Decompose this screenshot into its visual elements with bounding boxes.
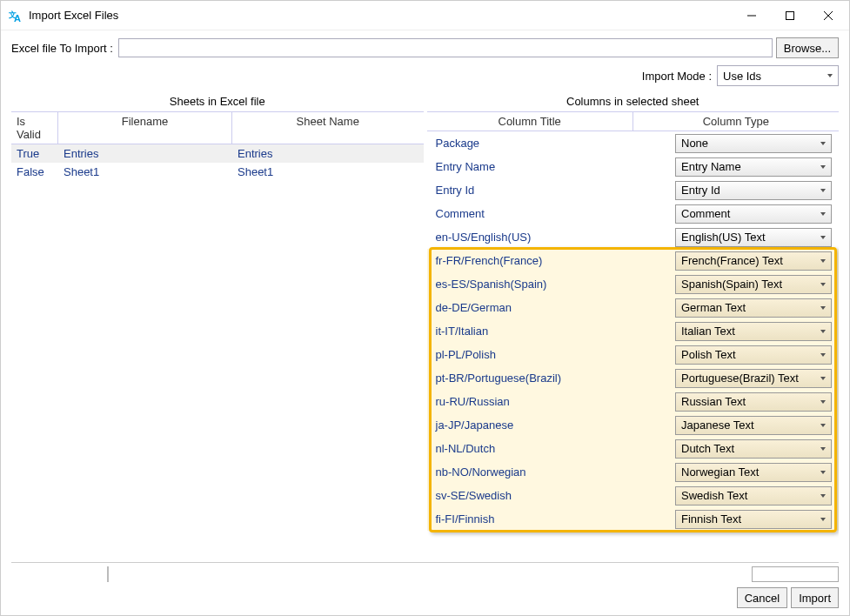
column-row: Entry IdEntry Id [427,178,840,202]
sheet-row[interactable]: FalseSheet1Sheet1 [11,163,424,181]
app-icon: 文 A [8,8,23,23]
column-type-select[interactable]: Entry Id [675,181,832,200]
sheet-valid: True [11,145,58,162]
column-type-select[interactable]: Swedish Text [675,486,832,506]
svg-rect-3 [786,11,794,19]
columns-header-type[interactable]: Column Type [633,112,839,131]
sheets-header-row: Is Valid Filename Sheet Name [11,111,424,144]
sheets-panel: Sheets in Excel file Is Valid Filename S… [11,91,424,559]
browse-button[interactable]: Browse... [776,37,839,58]
column-row: sv-SE/SwedishSwedish Text [427,484,840,507]
sheet-name: Sheet1 [232,164,424,180]
sheet-row[interactable]: TrueEntriesEntries [11,144,424,163]
column-row: pt-BR/Portuguese(Brazil)Portuguese(Brazi… [427,366,840,390]
svg-text:A: A [14,13,21,23]
column-title: it-IT/Italian [434,325,676,338]
column-row: ru-RU/RussianRussian Text [427,390,840,413]
sheet-valid: False [11,164,58,180]
sheets-header-valid[interactable]: Is Valid [11,112,58,144]
column-type-select[interactable]: Portuguese(Brazil) Text [675,369,832,388]
column-type-select[interactable]: Norwegian Text [675,463,832,482]
sheet-name: Entries [232,145,424,162]
column-title: sv-SE/Swedish [434,489,676,502]
maximize-button[interactable] [771,3,809,29]
column-title: Comment [434,207,676,220]
sheets-header-filename[interactable]: Filename [58,112,232,144]
column-title: Entry Id [434,184,676,197]
import-mode-row: Import Mode : Use Ids [11,65,839,86]
column-row: fr-FR/French(France)French(France) Text [427,249,840,272]
column-type-select[interactable]: Finnish Text [675,510,832,529]
column-type-select[interactable]: German Text [675,298,832,318]
sheet-filename: Entries [58,145,232,162]
columns-header-row: Column Title Column Type [427,111,840,131]
column-title: Package [434,137,676,150]
column-row: pl-PL/PolishPolish Text [427,343,840,366]
column-title: ja-JP/Japanese [434,418,676,432]
columns-panel-title: Columns in selected sheet [427,91,840,111]
file-path-input[interactable] [118,38,773,57]
columns-panel: Columns in selected sheet Column Title C… [427,91,840,559]
column-title: pt-BR/Portuguese(Brazil) [434,372,676,385]
close-button[interactable] [809,3,847,29]
columns-header-title[interactable]: Column Title [427,112,633,131]
file-label: Excel file To Import : [11,42,113,55]
progress-indicator [752,566,839,582]
sheets-header-sheetname[interactable]: Sheet Name [232,112,424,144]
column-title: nl-NL/Dutch [434,442,676,455]
column-type-select[interactable]: French(France) Text [675,251,832,271]
column-row: es-ES/Spanish(Spain)Spanish(Spain) Text [427,272,840,296]
column-type-select[interactable]: None [675,134,832,153]
column-row: CommentComment [427,202,840,225]
column-type-select[interactable]: Entry Name [675,157,832,177]
column-row: fi-FI/FinnishFinnish Text [427,507,840,531]
file-row: Excel file To Import : Browse... [11,37,839,58]
sheet-filename: Sheet1 [58,164,232,180]
column-type-select[interactable]: Spanish(Spain) Text [675,275,832,294]
import-button[interactable]: Import [791,587,839,608]
column-row: ja-JP/JapaneseJapanese Text [427,413,840,437]
column-title: nb-NO/Norwegian [434,465,676,479]
column-type-select[interactable]: Polish Text [675,345,832,365]
column-title: fi-FI/Finnish [434,512,676,526]
column-type-select[interactable]: Russian Text [675,392,832,412]
column-row: de-DE/GermanGerman Text [427,296,840,319]
window-title: Import Excel Files [29,9,733,22]
status-bar [11,566,839,582]
column-row: nb-NO/NorwegianNorwegian Text [427,460,840,484]
import-mode-label: Import Mode : [642,70,712,83]
column-row: en-US/English(US)English(US) Text [427,225,840,249]
column-row: Entry NameEntry Name [427,155,840,178]
column-type-select[interactable]: Japanese Text [675,416,832,435]
column-title: en-US/English(US) [434,231,676,244]
column-type-select[interactable]: English(US) Text [675,228,832,247]
column-title: ru-RU/Russian [434,395,676,408]
column-title: Entry Name [434,160,676,173]
column-title: fr-FR/French(France) [434,254,676,267]
sheets-panel-title: Sheets in Excel file [11,91,424,111]
minimize-button[interactable] [733,3,771,29]
import-mode-select[interactable]: Use Ids [717,65,839,86]
import-excel-window: 文 A Import Excel Files Excel file To Imp… [0,0,850,616]
column-title: de-DE/German [434,301,676,314]
column-type-select[interactable]: Dutch Text [675,439,832,459]
column-row: nl-NL/DutchDutch Text [427,437,840,460]
column-row: PackageNone [427,131,840,155]
column-type-select[interactable]: Italian Text [675,322,832,341]
column-title: pl-PL/Polish [434,348,676,361]
cancel-button[interactable]: Cancel [737,587,787,608]
column-row: it-IT/ItalianItalian Text [427,319,840,343]
column-title: es-ES/Spanish(Spain) [434,278,676,291]
column-type-select[interactable]: Comment [675,204,832,224]
titlebar: 文 A Import Excel Files [1,1,849,30]
